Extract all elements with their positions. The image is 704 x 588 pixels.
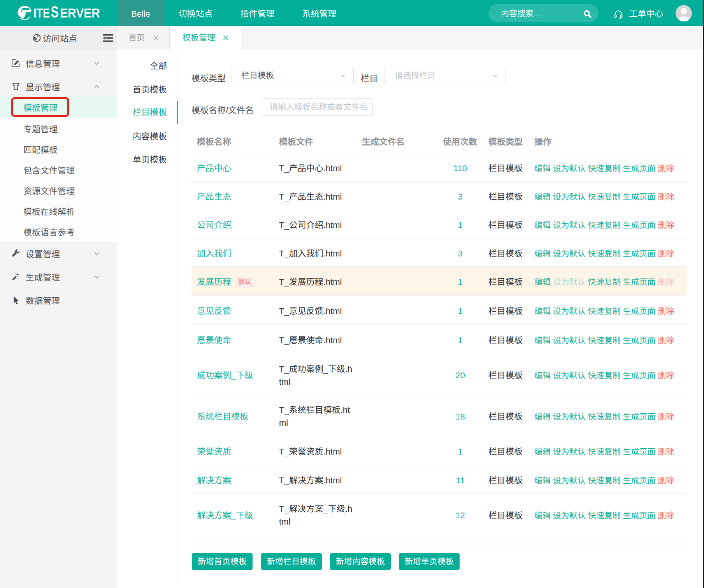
- svg-text:ITE: ITE: [33, 6, 50, 20]
- svg-text:ERVER: ERVER: [60, 6, 100, 20]
- svg-text:S: S: [51, 2, 59, 21]
